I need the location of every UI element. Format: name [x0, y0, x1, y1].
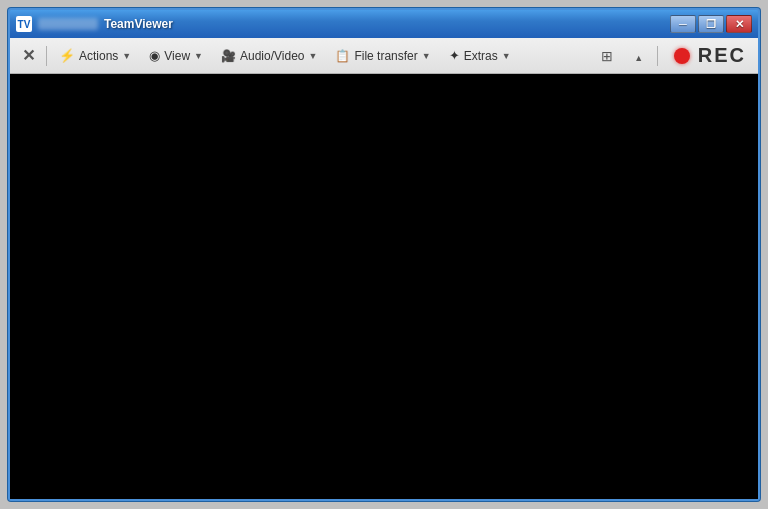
grid-icon: [601, 48, 613, 64]
app-title: TeamViewer: [104, 17, 173, 31]
minimize-button[interactable]: ─: [670, 15, 696, 33]
app-icon: TV: [16, 16, 32, 32]
grid-view-button[interactable]: [593, 42, 621, 70]
up-arrow-icon: [634, 48, 643, 64]
title-bar-left: TV TeamViewer: [16, 16, 173, 32]
audio-video-menu-button[interactable]: Audio/Video ▼: [213, 42, 325, 70]
remote-desktop-view[interactable]: [10, 74, 758, 499]
toolbar-separator-2: [657, 46, 658, 66]
toolbar: Actions ▼ View ▼ Audio/Video ▼ File tran…: [10, 38, 758, 74]
view-dropdown-arrow: ▼: [194, 51, 203, 61]
rec-indicator: REC: [666, 44, 754, 67]
close-x-icon: [22, 46, 35, 65]
file-transfer-menu-button[interactable]: File transfer ▼: [327, 42, 438, 70]
extras-menu-button[interactable]: Extras ▼: [441, 42, 519, 70]
title-bar: TV TeamViewer ─ ❐ ✕: [10, 10, 758, 38]
actions-label: Actions: [79, 49, 118, 63]
file-transfer-label: File transfer: [354, 49, 417, 63]
collapse-toolbar-button[interactable]: [625, 42, 653, 70]
rec-dot-icon: [674, 48, 690, 64]
window-controls: ─ ❐ ✕: [670, 15, 752, 33]
eye-icon: [149, 48, 160, 63]
rec-label: REC: [698, 44, 746, 67]
view-menu-button[interactable]: View ▼: [141, 42, 211, 70]
extras-dropdown-arrow: ▼: [502, 51, 511, 61]
extras-label: Extras: [464, 49, 498, 63]
file-transfer-dropdown-arrow: ▼: [422, 51, 431, 61]
audio-video-dropdown-arrow: ▼: [309, 51, 318, 61]
disconnect-button[interactable]: [14, 42, 42, 70]
close-window-button[interactable]: ✕: [726, 15, 752, 33]
audio-video-label: Audio/Video: [240, 49, 305, 63]
actions-menu-button[interactable]: Actions ▼: [51, 42, 139, 70]
toolbar-right: [593, 42, 653, 70]
actions-dropdown-arrow: ▼: [122, 51, 131, 61]
lightning-icon: [59, 48, 75, 63]
remote-host-name: [38, 18, 98, 30]
extras-icon: [449, 48, 460, 63]
file-transfer-icon: [335, 48, 350, 63]
toolbar-separator-1: [46, 46, 47, 66]
restore-button[interactable]: ❐: [698, 15, 724, 33]
main-window: TV TeamViewer ─ ❐ ✕ Actions ▼ View ▼: [8, 8, 760, 501]
camera-icon: [221, 48, 236, 63]
view-label: View: [164, 49, 190, 63]
